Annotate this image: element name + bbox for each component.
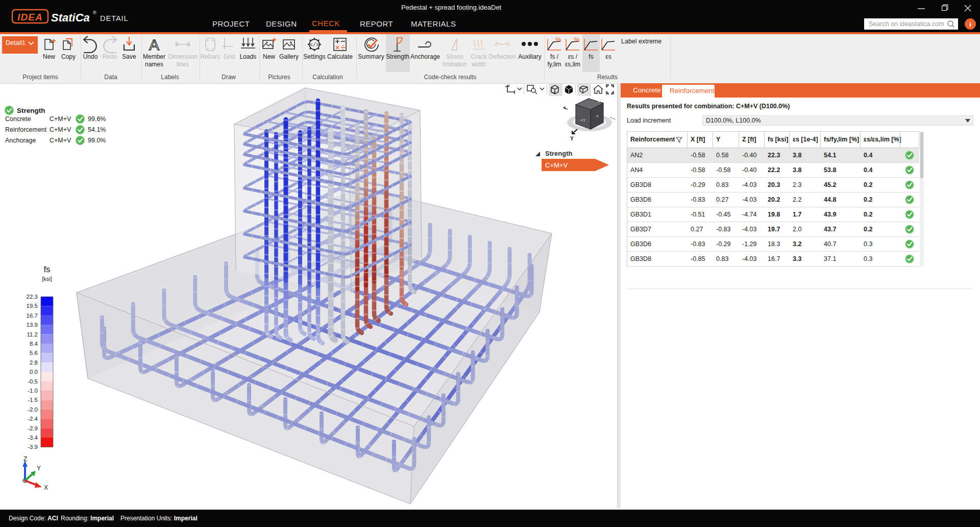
svg-text:-3.4: -3.4 xyxy=(28,435,38,441)
svg-text:19.5: 19.5 xyxy=(27,303,38,309)
svg-text:Anchorage: Anchorage xyxy=(5,137,36,144)
svg-text:-0.5: -0.5 xyxy=(28,378,38,385)
svg-text:Strength: Strength xyxy=(17,107,45,114)
svg-text:StatiCa: StatiCa xyxy=(51,11,90,24)
svg-text:</>: </> xyxy=(310,42,319,48)
svg-text:-3.9: -3.9 xyxy=(28,444,38,450)
svg-text:-1.5: -1.5 xyxy=(28,397,38,403)
svg-text:8.4: 8.4 xyxy=(30,341,38,347)
svg-text:A: A xyxy=(149,36,159,53)
svg-text:11.2: 11.2 xyxy=(27,331,38,338)
svg-text:fs: fs xyxy=(43,265,50,274)
svg-text:54.1%: 54.1% xyxy=(88,126,106,133)
svg-text:13.9: 13.9 xyxy=(27,322,38,328)
svg-text:Y: Y xyxy=(570,136,574,141)
svg-text:%: % xyxy=(574,36,580,43)
svg-text:-2.9: -2.9 xyxy=(28,425,38,432)
svg-text:C+M+V: C+M+V xyxy=(50,126,71,133)
svg-text:IDEA: IDEA xyxy=(17,12,42,22)
svg-text:Z: Z xyxy=(23,456,27,463)
svg-text:99.0%: 99.0% xyxy=(88,137,106,144)
svg-text:-1.0: -1.0 xyxy=(28,388,38,394)
svg-text:Y: Y xyxy=(37,465,41,472)
svg-text:-2.4: -2.4 xyxy=(28,416,38,422)
svg-text:Strength: Strength xyxy=(545,150,573,157)
svg-text:22.3: 22.3 xyxy=(27,294,38,300)
svg-text:C+M+V: C+M+V xyxy=(50,115,71,123)
svg-text:C+M+V: C+M+V xyxy=(545,161,568,169)
svg-text:99.6%: 99.6% xyxy=(88,115,106,123)
svg-text:®: ® xyxy=(93,10,96,15)
svg-text:Reinforcement: Reinforcement xyxy=(5,126,47,133)
svg-text:X: X xyxy=(44,484,48,491)
svg-text:[ksi]: [ksi] xyxy=(42,276,52,282)
svg-text:0.0: 0.0 xyxy=(30,369,38,375)
svg-text:i: i xyxy=(969,20,971,28)
svg-text:Concrete: Concrete xyxy=(5,115,31,123)
svg-text:5.6: 5.6 xyxy=(30,350,38,356)
svg-text:+Y: +Y xyxy=(580,118,586,123)
svg-text:-X: -X xyxy=(595,114,599,118)
svg-text:-2.0: -2.0 xyxy=(28,406,38,413)
svg-text:%: % xyxy=(555,36,561,43)
svg-text:16.7: 16.7 xyxy=(27,313,38,319)
svg-text:DETAIL: DETAIL xyxy=(100,14,129,22)
svg-text:C+M+V: C+M+V xyxy=(50,137,71,144)
svg-text:2.8: 2.8 xyxy=(30,360,38,366)
